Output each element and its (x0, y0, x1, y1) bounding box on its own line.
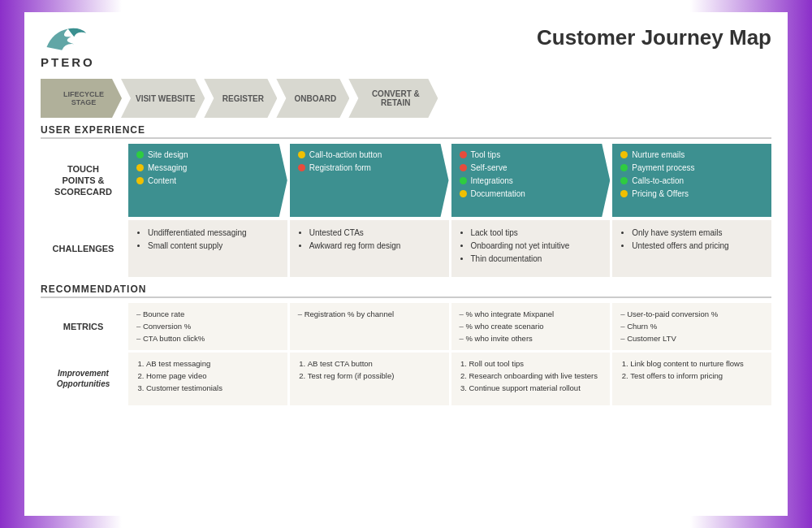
lifecycle-row: LIFECYCLESTAGE VISIT WEBSITE REGISTER ON… (41, 79, 771, 118)
challenge-col-2: Untested CTAs Awkward reg form design (290, 220, 449, 277)
dot-yellow-2 (136, 177, 144, 184)
tp-col-1: Site design Messaging Content (128, 144, 287, 217)
imp-4-2: Test offers to inform pricing (630, 370, 765, 382)
imp-col-1: AB test messaging Home page video Custom… (128, 353, 287, 405)
stage-onboard: ONBOARD (276, 79, 349, 118)
tp-4-4: Pricing & Offers (632, 189, 689, 198)
imp-col-3: Roll out tool tips Research onboarding w… (451, 353, 611, 405)
imp-1-1: AB test messaging (146, 357, 281, 370)
ch-2-2: Awkward reg form design (309, 240, 441, 253)
m-4-1: User-to-paid conversion % (620, 308, 765, 320)
logo-icon (41, 25, 89, 54)
ch-3-1: Lack tool tips (471, 227, 603, 240)
metrics-col-3: % who integrate Mixpanel % who create sc… (451, 303, 611, 350)
metrics-grid: METRICS Bounce rate Conversion % CTA but… (41, 303, 771, 350)
lifecycle-label: LIFECYCLESTAGE (41, 79, 122, 118)
m-1-1: Bounce rate (136, 308, 281, 320)
tp-2-2: Registration form (309, 163, 371, 172)
dot-green-3 (620, 164, 628, 171)
m-3-2: % who create scenario (460, 320, 604, 332)
dot-green-2 (460, 177, 467, 184)
stage-visit: VISIT WEBSITE (121, 79, 205, 118)
challenge-col-1: Undifferentiated messaging Small content… (128, 220, 287, 277)
stage-convert: CONVERT &RETAIN (348, 79, 438, 118)
ch-2-1: Untested CTAs (309, 227, 441, 240)
tp-col-3: Tool tips Self-serve Integrations Docume… (451, 144, 611, 217)
metrics-col-4: User-to-paid conversion % Churn % Custom… (612, 303, 771, 350)
dot-red-1 (298, 164, 305, 171)
ch-3-3: Thin documentation (471, 253, 603, 266)
dot-red-3 (460, 164, 467, 171)
tp-col-4: Nurture emails Payment process Calls-to-… (612, 144, 771, 217)
main-card: PTERO Customer Journey Map LIFECYCLESTAG… (24, 12, 788, 516)
imp-2-1: AB test CTA button (308, 357, 443, 370)
logo-text: PTERO (41, 55, 95, 69)
tp-2-1: Call-to-action button (309, 150, 382, 159)
imp-1-2: Home page video (146, 370, 281, 382)
m-1-3: CTA button click% (136, 332, 281, 344)
page-title: Customer Journey Map (537, 25, 771, 50)
challenge-col-3: Lack tool tips Onboarding not yet intuit… (451, 220, 611, 277)
dot-yellow-6 (620, 190, 628, 197)
touchpoints-grid: TOUCHPOINTS &SCORECARD Site design Messa… (41, 144, 771, 217)
m-3-3: % who invite others (460, 332, 604, 344)
ux-section-header: USER EXPERIENCE (41, 124, 771, 139)
dot-yellow-5 (620, 151, 628, 158)
dot-yellow-1 (136, 164, 144, 171)
tp-col-2: Call-to-action button Registration form (290, 144, 449, 217)
challenges-label: CHALLENGES (41, 220, 126, 277)
m-4-3: Customer LTV (620, 332, 765, 344)
challenge-col-4: Only have system emails Untested offers … (612, 220, 771, 277)
rec-section-header: RECOMMENDATION (41, 283, 771, 298)
imp-3-3: Continue support material rollout (469, 382, 604, 394)
tp-3-2: Self-serve (471, 163, 508, 172)
dot-red-2 (460, 151, 467, 158)
imp-1-3: Customer testimonials (146, 382, 281, 394)
metrics-col-1: Bounce rate Conversion % CTA button clic… (128, 303, 287, 350)
tp-3-1: Tool tips (471, 150, 501, 159)
ch-4-2: Untested offers and pricing (632, 240, 763, 253)
ch-3-2: Onboarding not yet intuitive (471, 240, 603, 253)
improvements-grid: ImprovementOpportunities AB test messagi… (41, 353, 771, 405)
imp-2-2: Test reg form (if possible) (308, 370, 443, 382)
challenges-grid: CHALLENGES Undifferentiated messaging Sm… (41, 220, 771, 277)
logo-area: PTERO (41, 25, 95, 69)
tp-3-3: Integrations (471, 176, 513, 185)
metrics-label: METRICS (41, 303, 126, 350)
dot-yellow-4 (460, 190, 467, 197)
imp-3-1: Roll out tool tips (469, 357, 604, 370)
ch-1-2: Small content supply (148, 240, 279, 253)
dot-yellow-3 (298, 151, 305, 158)
tp-1-1: Site design (148, 150, 188, 159)
imp-col-2: AB test CTA button Test reg form (if pos… (290, 353, 449, 405)
touchpoints-label: TOUCHPOINTS &SCORECARD (41, 144, 126, 217)
tp-3-4: Documentation (471, 189, 525, 198)
m-1-2: Conversion % (136, 320, 281, 332)
header: PTERO Customer Journey Map (41, 25, 771, 69)
imp-3-2: Research onboarding with live testers (469, 370, 604, 382)
imp-4-1: Link blog content to nurture flows (630, 357, 765, 370)
metrics-col-2: Registration % by channel (290, 303, 449, 350)
tp-4-3: Calls-to-action (632, 176, 684, 185)
dot-green-1 (136, 151, 144, 158)
tp-4-2: Payment process (632, 163, 694, 172)
tp-1-3: Content (148, 176, 176, 185)
imp-col-4: Link blog content to nurture flows Test … (612, 353, 771, 405)
tp-1-2: Messaging (148, 163, 187, 172)
ch-1-1: Undifferentiated messaging (148, 227, 279, 240)
stage-register: REGISTER (204, 79, 277, 118)
ch-4-1: Only have system emails (632, 227, 763, 240)
m-4-2: Churn % (620, 320, 765, 332)
m-3-1: % who integrate Mixpanel (460, 308, 604, 320)
tp-4-1: Nurture emails (632, 150, 685, 159)
m-2-1: Registration % by channel (298, 308, 443, 320)
dot-green-4 (620, 177, 628, 184)
improvements-label: ImprovementOpportunities (41, 353, 126, 405)
